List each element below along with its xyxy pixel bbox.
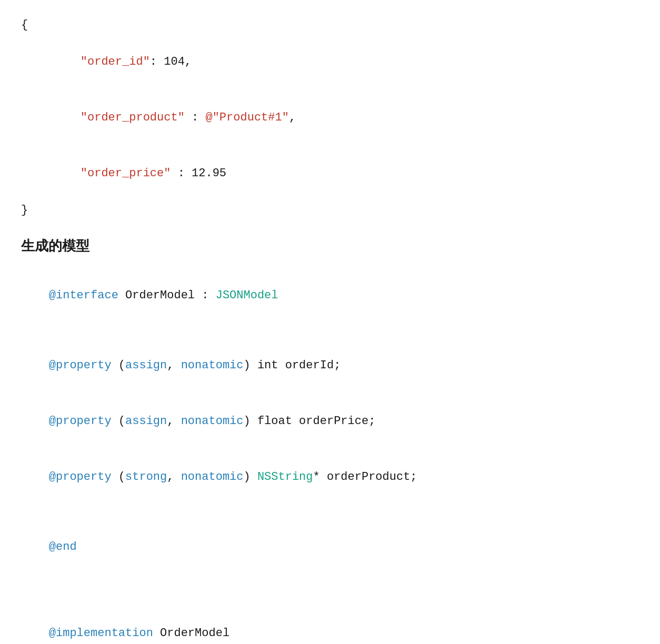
json-line-close: } — [21, 201, 639, 219]
interface-declaration: @interface OrderModel : JSONModel — [21, 268, 639, 324]
prop3-comma: , — [167, 470, 181, 484]
prop3-name: orderProduct; — [327, 470, 417, 484]
prop3-keyword: @property — [49, 470, 112, 484]
json-code-block: { "order_id": 104, "order_product" : @"P… — [21, 16, 639, 219]
property-order-id: @property (assign, nonatomic) int orderI… — [21, 338, 639, 394]
prop3-star: * — [313, 470, 327, 484]
json-line-order-product: "order_product" : @"Product#1", — [21, 90, 639, 146]
interface-end-keyword: @end — [49, 540, 77, 554]
prop2-keyword: @property — [49, 415, 112, 428]
prop2-nonatomic: nonatomic — [181, 415, 244, 428]
json-val-order-price: : 12.95 — [171, 167, 226, 180]
prop2-name: orderPrice; — [292, 415, 375, 428]
prop3-paren: ( — [112, 470, 125, 484]
json-val-order-id: : 104, — [150, 55, 192, 68]
property-order-product: @property (strong, nonatomic) NSString* … — [21, 449, 639, 505]
json-key-order-id: "order_id" — [81, 55, 150, 68]
interface-parent-class: JSONModel — [216, 289, 278, 302]
json-colon-product: : — [185, 111, 206, 124]
blank-line-3 — [21, 590, 639, 605]
json-line-order-price: "order_price" : 12.95 — [21, 145, 639, 201]
prop3-type: NSString — [257, 470, 313, 484]
prop1-comma: , — [167, 359, 181, 372]
json-line-order-id: "order_id": 104, — [21, 34, 639, 90]
prop1-close: ) — [244, 359, 257, 372]
json-comma-product: , — [289, 111, 296, 124]
interface-code-block: @interface OrderModel : JSONModel @prope… — [21, 268, 639, 575]
section-heading: 生成的模型 — [21, 235, 639, 257]
prop3-close: ) — [244, 470, 257, 484]
implementation-keyword: @implementation — [49, 627, 153, 640]
prop1-type: int — [257, 359, 278, 372]
implementation-code-block: @implementation OrderModel +(JSONKeyMapp… — [21, 605, 639, 644]
prop1-assign: assign — [125, 359, 167, 372]
prop3-strong: strong — [125, 470, 167, 484]
prop2-paren: ( — [112, 415, 125, 428]
json-key-order-product: "order_product" — [81, 111, 185, 124]
prop2-assign: assign — [125, 415, 167, 428]
interface-end: @end — [21, 519, 639, 575]
prop1-name: orderId; — [278, 359, 341, 372]
prop3-nonatomic: nonatomic — [181, 470, 244, 484]
prop2-close: ) — [244, 415, 257, 428]
prop2-type: float — [257, 415, 292, 428]
interface-keyword: @interface — [49, 289, 118, 302]
json-line-open: { — [21, 16, 639, 34]
implementation-declaration: @implementation OrderModel — [21, 605, 639, 644]
interface-class-name: OrderModel : — [118, 289, 216, 302]
prop1-nonatomic: nonatomic — [181, 359, 244, 372]
property-order-price: @property (assign, nonatomic) float orde… — [21, 394, 639, 449]
blank-line-2 — [21, 505, 639, 519]
blank-line-1 — [21, 323, 639, 338]
prop1-paren: ( — [112, 359, 125, 372]
implementation-class: OrderModel — [153, 627, 229, 640]
json-val-order-product: @"Product#1" — [205, 111, 288, 124]
prop1-keyword: @property — [49, 359, 112, 372]
prop2-comma: , — [167, 415, 181, 428]
json-key-order-price: "order_price" — [81, 167, 171, 180]
